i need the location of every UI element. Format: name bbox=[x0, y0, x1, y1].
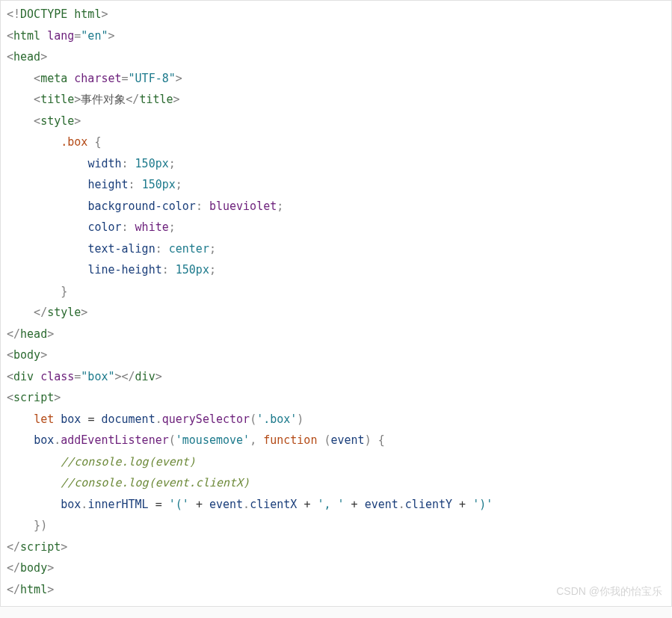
code-block: <!DOCTYPE html> <html lang="en"> <head> … bbox=[0, 0, 672, 607]
code-content: <!DOCTYPE html> <html lang="en"> <head> … bbox=[7, 4, 665, 600]
